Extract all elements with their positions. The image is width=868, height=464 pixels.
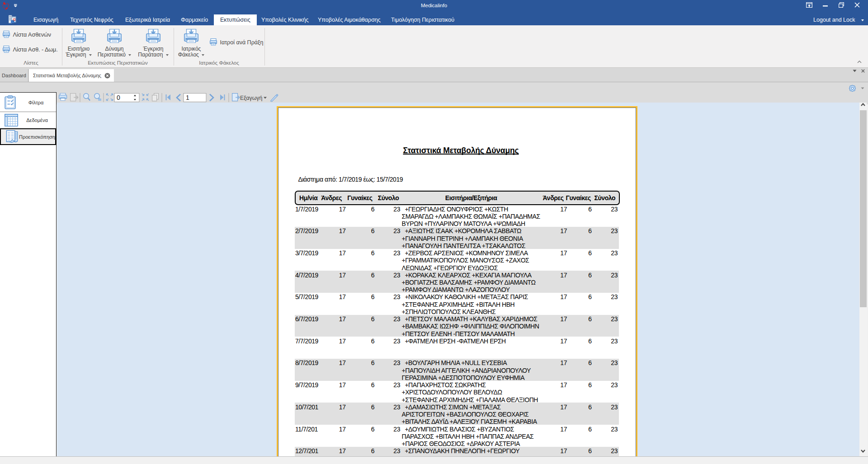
svg-text:0: 0 [117,94,120,101]
svg-text:Εξαγωγή: Εξαγωγή [240,95,262,101]
svg-text:1: 1 [186,94,189,101]
